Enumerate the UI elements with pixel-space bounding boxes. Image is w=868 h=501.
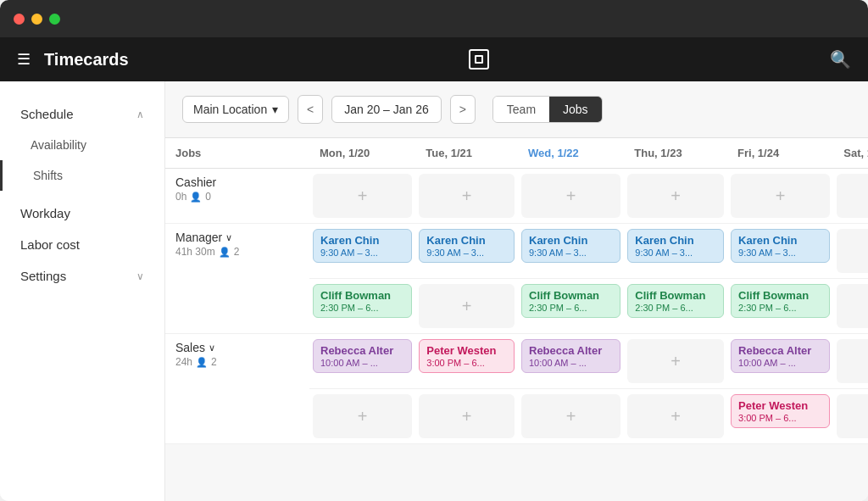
table-row: Cashier0h 👤 0++++++	[165, 169, 868, 224]
shift-time-label: 9:30 AM – 3...	[529, 248, 613, 258]
next-week-button[interactable]: >	[450, 95, 476, 124]
col-header-mon: Mon, 1/20	[309, 138, 415, 169]
shift-card[interactable]: Rebecca Alter10:00 AM – ...	[731, 339, 830, 373]
shift-card[interactable]: Karen Chin9:30 AM – 3...	[313, 229, 412, 263]
schedule-cell: +	[727, 169, 833, 224]
schedule-cell: Karen Chin9:30 AM – 3...	[727, 224, 833, 279]
content: Schedule ∧ Availability Shifts Workday L…	[0, 81, 868, 501]
shift-card[interactable]: Karen Chin9:30 AM – 3...	[627, 229, 724, 263]
sidebar-item-settings[interactable]: Settings ∨	[0, 260, 164, 292]
add-shift-button[interactable]: +	[627, 174, 724, 218]
shift-time-label: 3:00 PM – 6...	[738, 413, 822, 423]
shift-time-label: 9:30 AM – 3...	[426, 248, 507, 258]
add-shift-button[interactable]: +	[731, 174, 830, 218]
hamburger-icon[interactable]: ☰	[17, 50, 31, 69]
schedule-cell: Rebecca Alter10:00 AM – ...	[518, 334, 624, 389]
location-label: Main Location	[193, 103, 267, 116]
schedule-cell: Rebecca Alter10:00 AM – ...	[309, 334, 415, 389]
add-shift-button[interactable]: +	[837, 229, 868, 273]
add-shift-button[interactable]: +	[627, 339, 724, 383]
close-button[interactable]	[14, 14, 25, 25]
sidebar-item-workday[interactable]: Workday	[0, 198, 164, 229]
shift-card[interactable]: Rebecca Alter10:00 AM – ...	[521, 339, 620, 373]
schedule-cell: Rebecca Alter10:00 AM – ...	[727, 334, 833, 389]
shift-time-label: 2:30 PM – 6...	[738, 303, 822, 313]
shift-employee-name: Rebecca Alter	[320, 344, 404, 357]
shift-time-label: 3:00 PM – 6...	[426, 358, 507, 368]
table-row: Sales ∨24h 👤 2Rebecca Alter10:00 AM – ..…	[165, 334, 868, 389]
shift-employee-name: Karen Chin	[635, 234, 716, 247]
shift-card[interactable]: Peter Westen3:00 PM – 6...	[731, 394, 830, 428]
shift-employee-name: Rebecca Alter	[738, 344, 822, 357]
minimize-button[interactable]	[31, 14, 42, 25]
add-shift-button[interactable]: +	[837, 174, 868, 218]
col-header-thu: Thu, 1/23	[624, 138, 727, 169]
date-range-display: Jan 20 – Jan 26	[331, 96, 442, 123]
job-name-label: Sales ∨	[175, 341, 299, 354]
schedule-grid: Jobs Mon, 1/20 Tue, 1/21 Wed, 1/22 Thu, …	[165, 138, 868, 501]
schedule-cell: Cliff Bowman2:30 PM – 6...	[518, 279, 624, 334]
sidebar-shifts-label: Shifts	[33, 169, 63, 182]
col-header-jobs: Jobs	[165, 138, 309, 169]
shift-employee-name: Karen Chin	[426, 234, 507, 247]
add-shift-button[interactable]: +	[837, 394, 868, 438]
add-shift-button[interactable]: +	[419, 284, 515, 328]
add-shift-button[interactable]: +	[313, 394, 412, 438]
add-shift-button[interactable]: +	[419, 394, 515, 438]
schedule-cell: Peter Westen3:00 PM – 6...	[727, 389, 833, 444]
add-shift-button[interactable]: +	[837, 284, 868, 328]
sidebar-availability-label: Availability	[31, 138, 86, 152]
shift-card[interactable]: Karen Chin9:30 AM – 3...	[731, 229, 830, 263]
square-inner	[475, 55, 483, 64]
schedule-cell: +	[624, 334, 727, 389]
shift-time-label: 9:30 AM – 3...	[320, 248, 404, 258]
shift-card[interactable]: Rebecca Alter10:00 AM – ...	[313, 339, 412, 373]
job-chevron-icon[interactable]: ∨	[209, 342, 215, 353]
people-icon: 👤	[196, 357, 208, 368]
add-shift-button[interactable]: +	[627, 394, 724, 438]
add-shift-button[interactable]: +	[313, 174, 412, 218]
shift-card[interactable]: Karen Chin9:30 AM – 3...	[419, 229, 515, 263]
shift-employee-name: Cliff Bowman	[529, 289, 613, 302]
job-chevron-icon[interactable]: ∨	[225, 232, 232, 243]
shift-card[interactable]: Karen Chin9:30 AM – 3...	[521, 229, 620, 263]
team-toggle-button[interactable]: Team	[493, 97, 549, 122]
prev-week-button[interactable]: <	[298, 95, 323, 124]
location-dropdown[interactable]: Main Location ▾	[182, 96, 289, 123]
col-header-sat: Sat, 1/2	[833, 138, 868, 169]
schedule-cell: +	[518, 389, 624, 444]
view-toggle: Team Jobs	[492, 96, 603, 123]
sidebar-item-shifts[interactable]: Shifts	[0, 160, 164, 191]
shift-card[interactable]: Cliff Bowman2:30 PM – 6...	[627, 284, 724, 318]
shift-employee-name: Cliff Bowman	[320, 289, 404, 302]
schedule-cell: Karen Chin9:30 AM – 3...	[624, 224, 727, 279]
schedule-cell: +	[518, 169, 624, 224]
add-shift-button[interactable]: +	[837, 339, 868, 383]
shift-employee-name: Karen Chin	[529, 234, 613, 247]
shift-card[interactable]: Cliff Bowman2:30 PM – 6...	[313, 284, 412, 318]
sidebar-item-schedule[interactable]: Schedule ∧	[0, 98, 164, 130]
job-name-label: Manager ∨	[175, 231, 299, 244]
chevron-up-icon: ∧	[136, 109, 144, 120]
schedule-cell: +	[833, 389, 868, 444]
maximize-button[interactable]	[49, 14, 60, 25]
shift-employee-name: Cliff Bowman	[738, 289, 822, 302]
sidebar-labor-cost-label: Labor cost	[20, 237, 80, 252]
add-shift-button[interactable]: +	[419, 174, 515, 218]
add-shift-button[interactable]: +	[521, 174, 620, 218]
sidebar-item-availability[interactable]: Availability	[0, 130, 164, 160]
shift-employee-name: Cliff Bowman	[635, 289, 716, 302]
shift-employee-name: Rebecca Alter	[529, 344, 613, 357]
shift-card[interactable]: Cliff Bowman2:30 PM – 6...	[731, 284, 830, 318]
shift-card[interactable]: Cliff Bowman2:30 PM – 6...	[521, 284, 620, 318]
shift-card[interactable]: Peter Westen3:00 PM – 6...	[419, 339, 515, 373]
jobs-toggle-button[interactable]: Jobs	[549, 97, 602, 122]
sidebar: Schedule ∧ Availability Shifts Workday L…	[0, 81, 165, 501]
sidebar-item-labor-cost[interactable]: Labor cost	[0, 229, 164, 260]
schedule-cell: +	[415, 169, 518, 224]
shift-time-label: 10:00 AM – ...	[738, 358, 822, 368]
shift-employee-name: Karen Chin	[320, 234, 404, 247]
search-icon[interactable]: 🔍	[830, 49, 851, 70]
add-shift-button[interactable]: +	[521, 394, 620, 438]
schedule-cell: +	[833, 334, 868, 389]
